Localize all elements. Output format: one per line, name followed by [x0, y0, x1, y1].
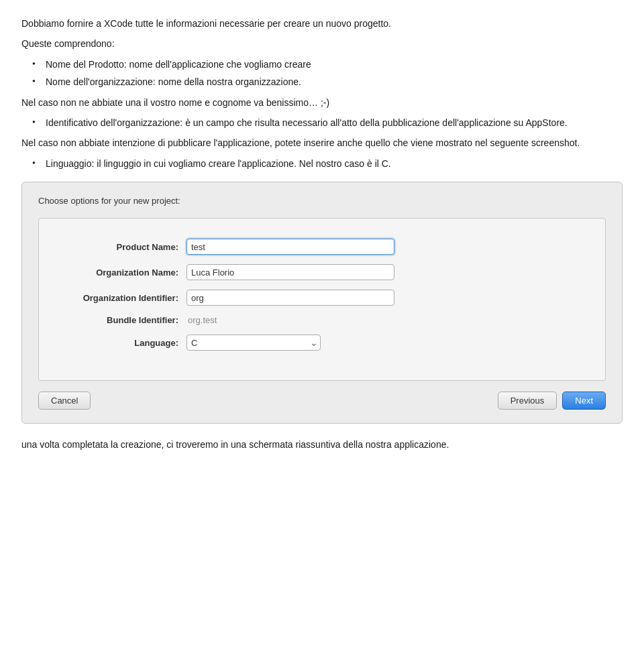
- org-name-label: Organization Name:: [52, 267, 186, 278]
- intro-line2: Queste comprendono:: [21, 36, 623, 51]
- language-select-wrapper: C Objective-C Swift ⌄: [186, 335, 321, 351]
- previous-button[interactable]: Previous: [498, 392, 557, 410]
- intro-paragraph3: Nel caso non abbiate intenzione di pubbl…: [21, 135, 623, 150]
- dialog-title: Choose options for your new project:: [38, 196, 606, 206]
- bundle-identifier-row: Bundle Identifier: org.test: [52, 315, 592, 325]
- language-select[interactable]: C Objective-C Swift: [186, 335, 321, 351]
- org-identifier-row: Organization Identifier:: [52, 290, 592, 306]
- next-button[interactable]: Next: [562, 392, 606, 410]
- bullet-product-name: Nome del Prodotto: nome dell'applicazion…: [32, 57, 623, 72]
- bullet-org-identifier: Identificativo dell'organizzazione: è un…: [32, 115, 623, 130]
- intro-bullets3: Linguaggio: il linguggio in cui vogliamo…: [21, 156, 623, 171]
- org-name-row: Organization Name:: [52, 264, 592, 280]
- cancel-button[interactable]: Cancel: [38, 392, 91, 410]
- bullet-org-name: Nome dell'organizzazione: nome della nos…: [32, 74, 623, 89]
- nav-buttons: Previous Next: [498, 392, 606, 410]
- org-identifier-label: Organization Identifier:: [52, 293, 186, 303]
- bullet-language: Linguaggio: il linguggio in cui vogliamo…: [32, 156, 623, 171]
- org-identifier-input[interactable]: [186, 290, 394, 306]
- product-name-label: Product Name:: [52, 242, 186, 252]
- form-area: Product Name: Organization Name: Organiz…: [38, 218, 606, 381]
- product-name-input[interactable]: [186, 239, 394, 255]
- bundle-identifier-label: Bundle Identifier:: [52, 315, 186, 325]
- outro-text: una volta completata la creazione, ci tr…: [21, 437, 623, 452]
- bundle-identifier-value: org.test: [186, 315, 217, 325]
- intro-bullets2: Identificativo dell'organizzazione: è un…: [21, 115, 623, 130]
- intro-section: Dobbiamo fornire a XCode tutte le inform…: [21, 16, 623, 171]
- xcode-dialog: Choose options for your new project: Pro…: [21, 182, 623, 424]
- intro-line1: Dobbiamo fornire a XCode tutte le inform…: [21, 16, 623, 31]
- language-row: Language: C Objective-C Swift ⌄: [52, 335, 592, 351]
- intro-paragraph2: Nel caso non ne abbiate una il vostro no…: [21, 95, 623, 110]
- org-name-input[interactable]: [186, 264, 394, 280]
- outro-section: una volta completata la creazione, ci tr…: [21, 437, 623, 452]
- intro-bullets: Nome del Prodotto: nome dell'applicazion…: [21, 57, 623, 90]
- dialog-buttons-bar: Cancel Previous Next: [38, 392, 606, 410]
- product-name-row: Product Name:: [52, 239, 592, 255]
- language-label: Language:: [52, 338, 186, 348]
